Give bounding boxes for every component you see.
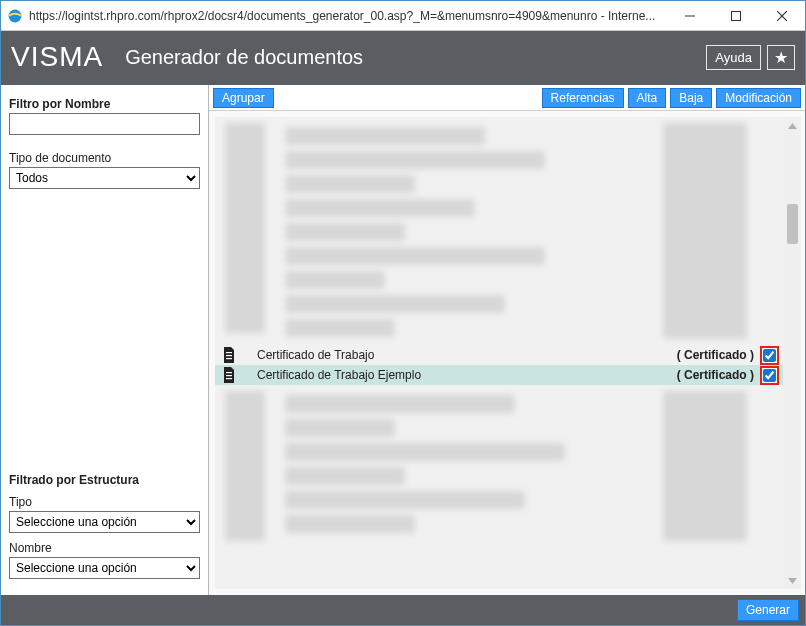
svg-rect-6 [226,355,232,356]
svg-rect-8 [226,372,232,373]
filter-name-label: Filtro por Nombre [9,97,200,111]
window-titlebar: https://logintst.rhpro.com/rhprox2/docsr… [1,1,805,31]
generate-button[interactable]: Generar [737,599,799,621]
list-item-type: ( Certificado ) [677,348,754,362]
window-maximize-button[interactable] [713,1,759,30]
scroll-down-icon[interactable] [784,572,801,589]
list-item[interactable]: Certificado de Trabajo Ejemplo ( Certifi… [215,365,783,385]
visma-logo: VISMA [11,41,103,73]
generate-label: Generar [746,603,790,617]
filter-name-input[interactable] [9,113,200,135]
svg-rect-5 [226,352,232,353]
main-panel: Agrupar Referencias Alta Baja Modificaci… [209,85,805,595]
help-label: Ayuda [715,50,752,65]
scroll-thumb[interactable] [787,204,798,244]
doc-type-label: Tipo de documento [9,151,200,165]
svg-rect-9 [226,375,232,376]
page-title: Generador de documentos [125,46,363,69]
footer: Generar [1,595,805,625]
svg-rect-2 [732,11,741,20]
list-item-checkbox[interactable] [763,369,776,382]
baja-button[interactable]: Baja [670,88,712,108]
list-item-checkbox-highlight [760,366,779,385]
modify-button[interactable]: Modificación [716,88,801,108]
group-label: Agrupar [222,91,265,105]
scroll-track[interactable] [784,134,801,572]
document-icon [221,367,237,383]
document-icon [221,347,237,363]
alta-label: Alta [637,91,658,105]
window-minimize-button[interactable] [667,1,713,30]
references-label: Referencias [551,91,615,105]
svg-point-0 [9,9,22,22]
list-item-type: ( Certificado ) [677,368,754,382]
svg-rect-7 [226,358,232,359]
structure-type-label: Tipo [9,495,200,509]
structure-filter-label: Filtrado por Estructura [9,473,200,487]
list-item[interactable]: Certificado de Trabajo ( Certificado ) [215,345,783,365]
group-button[interactable]: Agrupar [213,88,274,108]
favorite-button[interactable]: ★ [767,45,795,70]
list-item-checkbox[interactable] [763,349,776,362]
document-list: Certificado de Trabajo ( Certificado ) C… [209,111,805,595]
list-item-name: Certificado de Trabajo [257,348,677,362]
structure-name-select[interactable]: Seleccione una opción [9,557,200,579]
baja-label: Baja [679,91,703,105]
scroll-up-icon[interactable] [784,117,801,134]
references-button[interactable]: Referencias [542,88,624,108]
vertical-scrollbar[interactable] [784,117,801,589]
structure-name-label: Nombre [9,541,200,555]
svg-rect-10 [226,378,232,379]
work-area: Filtro por Nombre Tipo de documento Todo… [1,83,805,595]
structure-type-select[interactable]: Seleccione una opción [9,511,200,533]
alta-button[interactable]: Alta [628,88,667,108]
sidebar: Filtro por Nombre Tipo de documento Todo… [1,85,209,595]
app-header: VISMA Generador de documentos Ayuda ★ [1,31,805,83]
help-button[interactable]: Ayuda [706,45,761,70]
star-icon: ★ [774,48,788,67]
list-item-checkbox-highlight [760,346,779,365]
ie-icon [7,8,23,24]
list-item-name: Certificado de Trabajo Ejemplo [257,368,677,382]
modify-label: Modificación [725,91,792,105]
window-url: https://logintst.rhpro.com/rhprox2/docsr… [29,9,667,23]
window-close-button[interactable] [759,1,805,30]
doc-type-select[interactable]: Todos [9,167,200,189]
toolbar: Agrupar Referencias Alta Baja Modificaci… [209,85,805,111]
